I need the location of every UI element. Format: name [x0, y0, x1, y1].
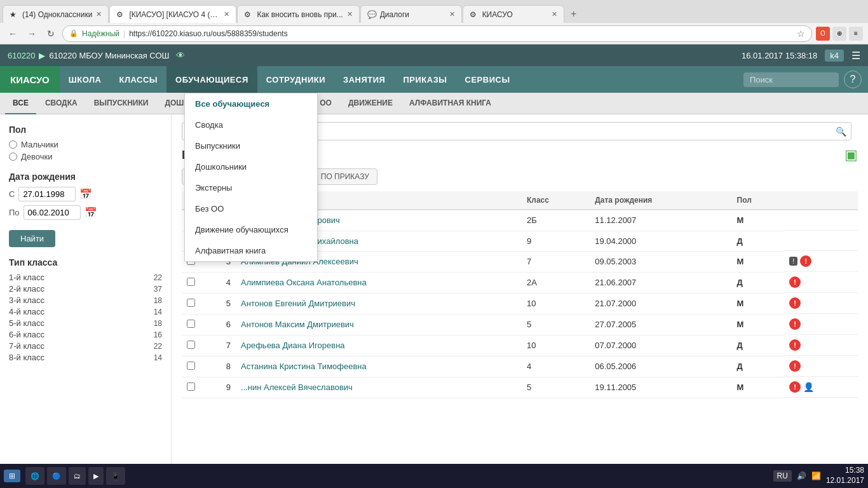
- row-checkbox[interactable]: [182, 377, 220, 398]
- nav-item-lessons[interactable]: ЗАНЯТИЯ: [334, 66, 394, 93]
- calendar-from-icon[interactable]: 📅: [79, 188, 92, 200]
- row-checkbox[interactable]: [182, 293, 220, 314]
- tab-dialogi[interactable]: 💬 Диалоги ✕: [360, 5, 462, 23]
- date-to-input[interactable]: [24, 205, 81, 220]
- class-type-6[interactable]: 6-й класс 16: [9, 330, 162, 339]
- row-checkbox[interactable]: [182, 272, 220, 293]
- by-order-button[interactable]: ПО ПРИКАЗУ: [313, 168, 377, 185]
- tab-close-1[interactable]: ✕: [96, 10, 102, 18]
- row-name[interactable]: Астанина Кристина Тимофеевна: [236, 356, 522, 377]
- row-name[interactable]: Антонов Максим Дмитриевич: [236, 314, 522, 335]
- dropdown-item-nooo[interactable]: Без ОО: [185, 198, 317, 219]
- table-row[interactable]: 6 Антонов Максим Дмитриевич 5 27.07.2005…: [182, 314, 858, 335]
- tab-close-5[interactable]: ✕: [552, 10, 557, 18]
- nav-item-students[interactable]: ОБУЧАЮЩИЕСЯ: [166, 66, 257, 93]
- nav-item-services[interactable]: СЕРВИСЫ: [456, 66, 519, 93]
- tab-kiasuo-active[interactable]: ⚙ [КИАСУО] [КИАСУО 4 (с... ✕: [109, 5, 236, 23]
- tab-odnoklassniki[interactable]: ★ (14) Одноклассники ✕: [3, 5, 109, 23]
- gender-male-radio[interactable]: [9, 140, 17, 149]
- gender-female-radio[interactable]: [9, 152, 17, 161]
- tab-howto[interactable]: ⚙ Как вносить вновь при... ✕: [237, 5, 359, 23]
- dropdown-item-movement[interactable]: Движение обучающихся: [185, 219, 317, 240]
- taskbar-start[interactable]: ⊞: [4, 470, 20, 482]
- dropdown-item-all[interactable]: Все обучающиеся: [185, 93, 317, 114]
- export-icon[interactable]: ▣: [844, 147, 858, 163]
- school-id[interactable]: 610220: [8, 51, 35, 60]
- main-search-input[interactable]: [743, 72, 839, 87]
- row-checkbox[interactable]: [182, 335, 220, 356]
- ext-icon-3[interactable]: ≡: [849, 27, 863, 41]
- row-name[interactable]: Арефьева Диана Игоревна: [236, 335, 522, 356]
- nav-item-orders[interactable]: ПРИКАЗЫ: [394, 66, 456, 93]
- class-type-8[interactable]: 8-й класс 14: [9, 353, 162, 362]
- address-bar[interactable]: 🔒 Надёжный | https://610220.kiasuo.ru/ou…: [62, 25, 812, 42]
- class-type-3[interactable]: 3-й класс 18: [9, 295, 162, 305]
- user-badge[interactable]: k4: [825, 50, 844, 62]
- dropdown-item-graduates[interactable]: Выпускники: [185, 135, 317, 156]
- table-row[interactable]: 7 Арефьева Диана Игоревна 10 07.07.2000 …: [182, 335, 858, 356]
- alert-badge[interactable]: !: [800, 255, 811, 267]
- alert-badge[interactable]: !: [789, 297, 801, 309]
- class-type-1[interactable]: 1-й класс 22: [9, 273, 162, 282]
- row-checkbox[interactable]: [182, 314, 220, 335]
- table-row[interactable]: 8 Астанина Кристина Тимофеевна 4 06.05.2…: [182, 356, 858, 377]
- gender-male-option[interactable]: Мальчики: [9, 140, 162, 149]
- help-icon[interactable]: ?: [844, 71, 862, 88]
- ext-icon-1[interactable]: O: [816, 27, 830, 41]
- table-row[interactable]: 5 Антонов Евгений Дмитриевич 10 21.07.20…: [182, 293, 858, 314]
- subnav-summary[interactable]: СВОДКА: [37, 93, 85, 114]
- nav-item-school[interactable]: ШКОЛА: [60, 66, 111, 93]
- subnav-movement[interactable]: ДВИЖЕНИЕ: [341, 93, 400, 114]
- subnav-graduates[interactable]: ВЫПУСКНИКИ: [86, 93, 156, 114]
- find-button[interactable]: Найти: [9, 230, 55, 247]
- taskbar-ie[interactable]: 🌐: [25, 467, 44, 485]
- class-type-4[interactable]: 4-й класс 14: [9, 307, 162, 316]
- class-type-2[interactable]: 2-й класс 37: [9, 284, 162, 294]
- person-icon[interactable]: 👤: [803, 382, 814, 392]
- subnav-all[interactable]: ВСЕ: [5, 93, 36, 114]
- table-row[interactable]: 4 Алимпиева Оксана Анатольевна 2А 21.06.…: [182, 272, 858, 293]
- taskbar-viber[interactable]: 📱: [106, 467, 125, 485]
- eye-icon[interactable]: 👁: [176, 50, 185, 60]
- date-from-input[interactable]: [18, 187, 76, 201]
- hamburger-icon[interactable]: ☰: [851, 50, 860, 62]
- dropdown-item-external[interactable]: Экстерны: [185, 177, 317, 198]
- new-tab-button[interactable]: +: [565, 5, 583, 23]
- dropdown-item-preschool[interactable]: Дошкольники: [185, 156, 317, 177]
- nav-item-staff[interactable]: СОТРУДНИКИ: [257, 66, 334, 93]
- warning-badge[interactable]: !: [789, 257, 797, 266]
- calendar-to-icon[interactable]: 📅: [85, 207, 97, 219]
- back-button[interactable]: ←: [5, 26, 20, 41]
- ext-icon-2[interactable]: ⊕: [832, 27, 846, 41]
- class-type-7[interactable]: 7-й класс 22: [9, 341, 162, 351]
- nav-brand[interactable]: КИАСУО: [0, 66, 60, 93]
- row-checkbox[interactable]: [182, 356, 220, 377]
- tab-kiasuo2[interactable]: ⚙ КИАСУО ✕: [463, 5, 564, 23]
- subnav-alphabet[interactable]: АЛФАВИТНАЯ КНИГА: [402, 93, 499, 114]
- tab-close-3[interactable]: ✕: [347, 10, 353, 18]
- lang-badge[interactable]: RU: [773, 470, 792, 482]
- gender-female-option[interactable]: Девочки: [9, 152, 162, 161]
- alert-badge[interactable]: !: [789, 339, 801, 351]
- row-name[interactable]: Антонов Евгений Дмитриевич: [236, 293, 522, 314]
- alert-badge[interactable]: !: [789, 360, 801, 372]
- alert-badge[interactable]: !: [789, 381, 801, 393]
- forward-button[interactable]: →: [24, 26, 39, 41]
- alert-badge[interactable]: !: [789, 276, 801, 288]
- taskbar-explorer[interactable]: 🗂: [69, 467, 86, 485]
- table-row[interactable]: 9 ...нин Алексей Вячеславович 5 19.11.20…: [182, 377, 858, 398]
- nav-item-classes[interactable]: КЛАССЫ: [110, 66, 166, 93]
- volume-icon[interactable]: 🔊: [797, 471, 806, 480]
- dropdown-item-summary[interactable]: Сводка: [185, 114, 317, 135]
- taskbar-chrome[interactable]: 🔵: [47, 467, 66, 485]
- row-name[interactable]: Алимпиева Оксана Анатольевна: [236, 272, 522, 293]
- class-type-5[interactable]: 5-й класс 18: [9, 318, 162, 328]
- network-icon[interactable]: 📶: [811, 471, 821, 480]
- dropdown-item-alphabet[interactable]: Алфавитная книга: [185, 240, 317, 261]
- bookmark-icon[interactable]: ☆: [797, 29, 805, 39]
- row-name[interactable]: ...нин Алексей Вячеславович: [236, 377, 522, 398]
- taskbar-media[interactable]: ▶: [88, 467, 104, 485]
- tab-close-2[interactable]: ✕: [224, 10, 229, 18]
- reload-button[interactable]: ↻: [43, 26, 58, 41]
- tab-close-4[interactable]: ✕: [449, 10, 455, 18]
